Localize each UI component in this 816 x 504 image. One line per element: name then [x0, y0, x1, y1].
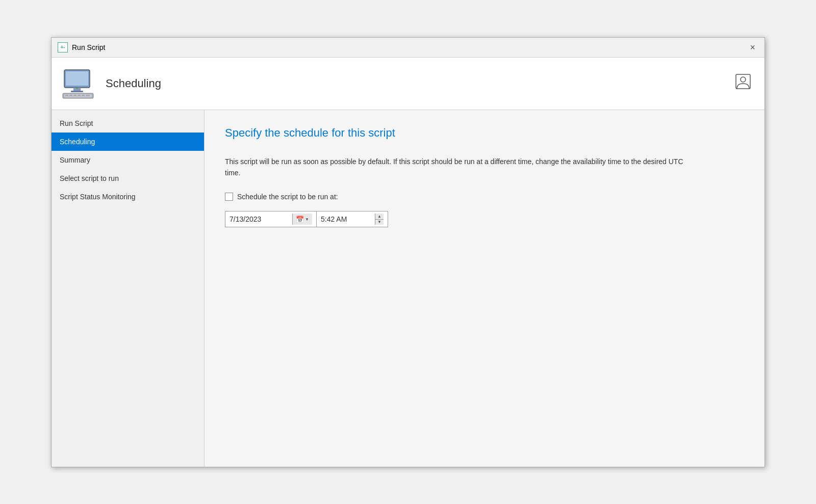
- title-bar-left: +- Run Script: [58, 42, 105, 52]
- date-picker-button[interactable]: 📅 ▼: [292, 214, 312, 225]
- svg-rect-3: [71, 91, 83, 92]
- svg-rect-9: [78, 95, 81, 96]
- svg-rect-6: [65, 95, 68, 96]
- header-title: Scheduling: [106, 77, 161, 90]
- time-value: 5:42 AM: [321, 215, 375, 223]
- date-field[interactable]: 7/13/2023 📅 ▼: [225, 211, 317, 227]
- schedule-label: Schedule the script to be run at:: [237, 193, 338, 201]
- run-script-dialog: +- Run Script ×: [51, 37, 765, 467]
- title-bar: +- Run Script ×: [52, 38, 764, 58]
- svg-rect-10: [82, 95, 85, 96]
- schedule-checkbox[interactable]: [225, 193, 233, 201]
- datetime-row: 7/13/2023 📅 ▼ 5:42 AM ▲ ▼: [225, 211, 744, 227]
- svg-rect-7: [69, 95, 72, 96]
- content-heading: Specify the schedule for this script: [225, 126, 744, 140]
- time-field[interactable]: 5:42 AM ▲ ▼: [317, 211, 388, 227]
- time-spinner[interactable]: ▲ ▼: [375, 214, 384, 225]
- svg-rect-8: [73, 95, 76, 96]
- description-text: This script will be run as soon as possi…: [225, 156, 684, 179]
- svg-point-12: [76, 87, 78, 89]
- svg-rect-1: [66, 71, 88, 86]
- dialog-title: Run Script: [72, 43, 105, 51]
- date-value: 7/13/2023: [230, 215, 292, 223]
- content-panel: Specify the schedule for this script Thi…: [205, 110, 764, 467]
- close-button[interactable]: ×: [747, 42, 758, 53]
- time-decrement-button[interactable]: ▼: [375, 220, 384, 225]
- sidebar-item-script-status[interactable]: Script Status Monitoring: [52, 188, 204, 206]
- run-script-icon: +-: [58, 42, 68, 52]
- time-increment-button[interactable]: ▲: [375, 214, 384, 220]
- user-icon: [734, 72, 754, 95]
- chevron-down-icon: ▼: [305, 217, 309, 222]
- calendar-icon: 📅: [296, 216, 304, 223]
- svg-rect-13: [736, 74, 750, 89]
- header-left: Scheduling: [62, 66, 161, 101]
- header-area: Scheduling: [52, 58, 764, 110]
- svg-rect-11: [86, 95, 90, 96]
- sidebar: Run Script Scheduling Summary Select scr…: [52, 110, 205, 467]
- sidebar-item-scheduling[interactable]: Scheduling: [52, 132, 204, 151]
- sidebar-item-run-script[interactable]: Run Script: [52, 114, 204, 132]
- sidebar-item-summary[interactable]: Summary: [52, 151, 204, 169]
- sidebar-item-select-script[interactable]: Select script to run: [52, 169, 204, 188]
- schedule-checkbox-row: Schedule the script to be run at:: [225, 193, 744, 201]
- main-content: Run Script Scheduling Summary Select scr…: [52, 110, 764, 467]
- svg-point-14: [741, 77, 746, 82]
- computer-icon: [62, 66, 97, 101]
